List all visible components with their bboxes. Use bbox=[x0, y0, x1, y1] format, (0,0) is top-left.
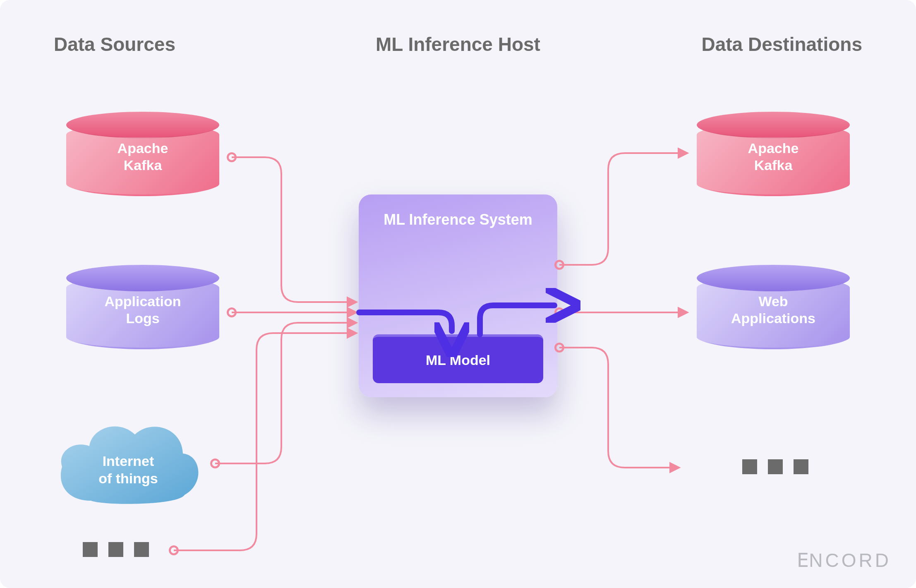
brand-logo-glyph: Ǝ bbox=[794, 549, 809, 571]
wire-dst-more bbox=[559, 348, 679, 468]
ml-system-title: ML Inference System bbox=[373, 211, 543, 228]
dest-kafka-cylinder: Apache Kafka bbox=[697, 112, 850, 194]
dest-webapps-label: Web Applications bbox=[697, 265, 850, 348]
wire-src-kafka bbox=[232, 157, 356, 302]
dest-webapps-cylinder: Web Applications bbox=[697, 265, 850, 348]
source-iot-cloud: Internet of things bbox=[54, 414, 203, 509]
ml-model-box: ML Model bbox=[373, 334, 543, 383]
wire-dst-kafka bbox=[559, 153, 687, 265]
heading-data-destinations: Data Destinations bbox=[701, 33, 862, 55]
source-logs-label: Application Logs bbox=[66, 265, 219, 348]
source-kafka-cylinder: Apache Kafka bbox=[66, 112, 219, 194]
source-kafka-label: Apache Kafka bbox=[66, 112, 219, 194]
ml-model-label: ML Model bbox=[426, 352, 490, 368]
wire-src-iot bbox=[215, 323, 356, 463]
dest-kafka-label: Apache Kafka bbox=[697, 112, 850, 194]
brand-logo-text: NCORD bbox=[809, 550, 891, 571]
ml-inference-system-card: ML Inference System ML Model bbox=[359, 194, 557, 397]
brand-logo: ƎNCORD bbox=[794, 549, 891, 571]
diagram-canvas: Data Sources ML Inference Host Data Dest… bbox=[0, 0, 916, 588]
heading-ml-inference-host: ML Inference Host bbox=[376, 33, 540, 55]
sources-ellipsis-icon bbox=[83, 542, 149, 557]
destinations-ellipsis-icon bbox=[742, 459, 808, 474]
source-logs-cylinder: Application Logs bbox=[66, 265, 219, 348]
source-iot-label: Internet of things bbox=[54, 414, 203, 509]
heading-data-sources: Data Sources bbox=[54, 33, 175, 55]
